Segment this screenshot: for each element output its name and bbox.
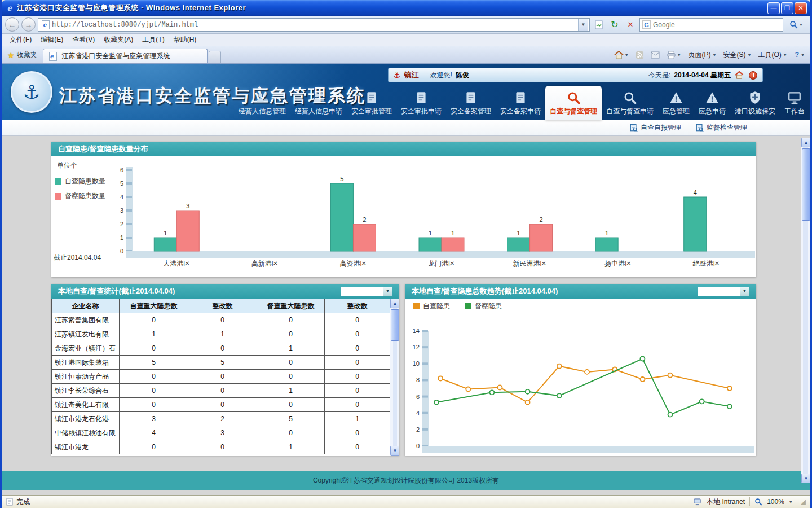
page-scroll-down-icon[interactable]: ▼ xyxy=(801,474,810,483)
stop-button[interactable]: ✕ xyxy=(624,18,637,32)
nav-item-2[interactable]: 经营人信息申请 xyxy=(290,88,347,120)
magnifier-icon xyxy=(789,20,798,29)
compatibility-view-button[interactable] xyxy=(592,18,606,32)
table-row[interactable]: 中储粮镇江粮油有限4300 xyxy=(52,426,390,440)
table-cell: 0 xyxy=(325,341,390,356)
refresh-button[interactable]: ↻ xyxy=(608,18,621,32)
table-cell: 1 xyxy=(257,384,325,398)
table-cell: 镇江奇美化工有限 xyxy=(52,398,120,412)
read-mail-button[interactable] xyxy=(648,49,663,61)
search-go-button[interactable]: ▼ xyxy=(785,17,807,32)
toolbar-text-button-2[interactable]: 安全(S)▼ xyxy=(720,49,755,61)
table-row[interactable]: 镇江市港龙石化港3251 xyxy=(52,412,390,426)
table-cell: 1 xyxy=(120,327,188,341)
zoom-level[interactable]: 100% xyxy=(767,498,784,506)
home-button[interactable]: ▼ xyxy=(611,49,632,61)
menu-item-1[interactable]: 文件(F) xyxy=(5,34,36,46)
tabs-bar: ★ 收藏夹 e 江苏省港口安全监管与应急管理系统 ▼ ▼ 页面(P)▼安 xyxy=(2,46,810,64)
svg-text:1: 1 xyxy=(120,234,123,241)
trend-filter-select[interactable]: ▼ xyxy=(698,287,749,296)
table-cell: 2 xyxy=(188,412,257,426)
table-filter-dropdown-icon[interactable]: ▼ xyxy=(383,287,392,296)
page-scroll-thumb[interactable] xyxy=(802,148,810,221)
table-cell: 0 xyxy=(257,356,325,370)
dropdown-icon: ▼ xyxy=(748,53,752,57)
welcome-text: 欢迎您! xyxy=(430,71,452,80)
home-shortcut-button[interactable] xyxy=(734,70,744,80)
minimize-button[interactable]: — xyxy=(767,2,780,14)
nav-item-label: 安全备案管理 xyxy=(451,107,491,116)
address-field[interactable]: e ▼ xyxy=(38,18,590,32)
nav-item-4[interactable]: 安全审批申请 xyxy=(396,88,446,120)
stats-table: 企业名称自查重大隐患数整改数督查重大隐患数整改数江苏索普集团有限0000江苏镇江… xyxy=(51,299,390,454)
nav-item-5[interactable]: 安全备案管理 xyxy=(446,88,496,120)
new-tab-button[interactable] xyxy=(209,51,221,63)
table-cell: 0 xyxy=(325,426,390,440)
table-row[interactable]: 江苏索普集团有限0000 xyxy=(52,313,390,327)
active-tab[interactable]: e 江苏省港口安全监管与应急管理系统 xyxy=(43,49,208,63)
menu-item-5[interactable]: 工具(T) xyxy=(138,34,169,46)
search-input[interactable] xyxy=(653,21,780,29)
search-box[interactable]: G xyxy=(639,18,783,32)
search-dropdown-icon[interactable]: ▼ xyxy=(799,23,803,27)
table-row[interactable]: 镇江港国际集装箱5500 xyxy=(52,356,390,370)
nav-item-8[interactable]: 自查与督查申请 xyxy=(602,88,658,120)
nav-item-label: 应急申请 xyxy=(699,107,726,116)
table-scrollbar[interactable]: ▲ ▼ xyxy=(390,299,399,456)
subnav-item-2[interactable]: 监督检查管理 xyxy=(696,123,747,133)
zoom-dropdown-icon[interactable]: ▼ xyxy=(789,500,793,504)
nav-item-label: 港口设施保安 xyxy=(735,107,775,116)
toolbar-text-button-3[interactable]: 工具(O)▼ xyxy=(754,49,790,61)
nav-item-11[interactable]: 港口设施保安 xyxy=(730,88,780,120)
feeds-button[interactable] xyxy=(633,49,647,61)
table-cell: 金海宏业（镇江）石 xyxy=(52,341,120,356)
table-row[interactable]: 镇江李长荣综合石0010 xyxy=(52,384,390,398)
page-scrollbar[interactable]: ▲ ▼ xyxy=(801,138,810,483)
tab-favicon-icon: e xyxy=(49,52,57,61)
toolbar-text-button-1[interactable]: 页面(P)▼ xyxy=(685,49,720,61)
nav-item-9[interactable]: 应急管理 xyxy=(658,88,694,120)
nav-item-12[interactable]: 工作台 xyxy=(780,88,809,120)
site-header: ⚓ 江苏省港口安全监管与应急管理系统 ⚓ 镇江 欢迎您! 陈俊 今天是: 201… xyxy=(2,64,810,120)
resize-grip[interactable]: ◢ xyxy=(801,498,806,506)
svg-text:绝壁港区: 绝壁港区 xyxy=(692,260,720,268)
status-text: 完成 xyxy=(16,497,30,507)
svg-text:高新港区: 高新港区 xyxy=(251,260,279,268)
maximize-button[interactable]: ❐ xyxy=(781,2,793,14)
nav-item-3[interactable]: 安全审批管理 xyxy=(347,88,396,120)
nav-item-6[interactable]: 安全备案申请 xyxy=(496,88,545,120)
forward-button[interactable]: → xyxy=(21,17,36,32)
print-button[interactable]: ▼ xyxy=(664,49,684,61)
table-scroll-up-icon[interactable]: ▲ xyxy=(390,299,399,308)
table-filter-select[interactable]: ▼ xyxy=(341,287,392,296)
security-zone-label: 本地 Intranet xyxy=(707,497,745,507)
trend-filter-dropdown-icon[interactable]: ▼ xyxy=(740,287,749,296)
back-button[interactable]: ← xyxy=(5,17,19,32)
table-row[interactable]: 镇江恒泰沥青产品0000 xyxy=(52,370,390,384)
nav-item-7[interactable]: 自查与督查管理 xyxy=(545,86,602,120)
menu-item-3[interactable]: 查看(V) xyxy=(68,34,99,46)
table-row[interactable]: 江苏镇江发电有限1100 xyxy=(52,327,390,341)
url-input[interactable] xyxy=(52,21,578,29)
table-scroll-thumb[interactable] xyxy=(391,309,399,341)
subnav-item-1[interactable]: 自查自报管理 xyxy=(630,123,681,133)
table-row[interactable]: 镇江奇美化工有限0000 xyxy=(52,398,390,412)
address-dropdown-icon[interactable]: ▼ xyxy=(578,19,588,31)
favorites-button[interactable]: ★ 收藏夹 xyxy=(4,50,43,63)
logout-button[interactable] xyxy=(748,70,758,80)
table-cell: 4 xyxy=(120,426,188,440)
nav-item-10[interactable]: 应急申请 xyxy=(694,88,730,120)
nav-item-1[interactable]: 经营人信息管理 xyxy=(234,88,290,120)
menu-item-4[interactable]: 收藏夹(A) xyxy=(99,34,138,46)
table-row[interactable]: 镇江市港龙0010 xyxy=(52,440,390,454)
help-button[interactable]: ? ▼ xyxy=(792,49,808,61)
menu-item-2[interactable]: 编辑(E) xyxy=(36,34,68,46)
svg-text:8: 8 xyxy=(416,376,420,383)
table-scroll-down-icon[interactable]: ▼ xyxy=(390,446,399,456)
table-row[interactable]: 金海宏业（镇江）石0010 xyxy=(52,341,390,356)
menu-item-6[interactable]: 帮助(H) xyxy=(169,34,201,46)
table-cell: 0 xyxy=(188,440,257,454)
table-cell: 0 xyxy=(120,370,188,384)
close-button[interactable]: ✕ xyxy=(795,2,807,14)
page-scroll-up-icon[interactable]: ▲ xyxy=(801,138,810,147)
